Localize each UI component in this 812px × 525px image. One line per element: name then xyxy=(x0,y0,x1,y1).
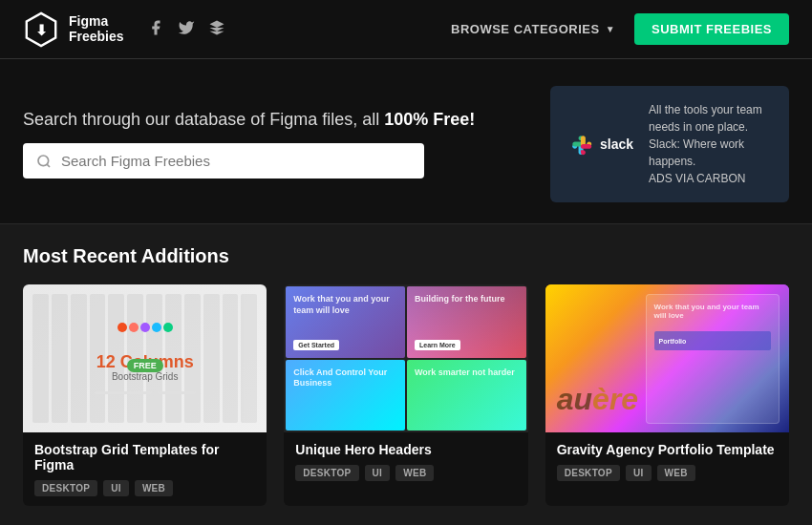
thumb-cell-4: Work smarter not harder xyxy=(407,360,526,431)
card-bootstrap-grid[interactable]: FREE 12 Columns Bootstrap Grids Bootstra… xyxy=(23,284,267,506)
tag-web-3[interactable]: WEB xyxy=(657,465,695,481)
search-input[interactable] xyxy=(61,153,411,169)
hero-tagline: Search through our database of Figma fil… xyxy=(23,110,527,130)
card-hero-headers[interactable]: Work that you and your team will love Ge… xyxy=(284,284,527,506)
social-icons xyxy=(147,19,225,40)
svg-text:⬇: ⬇ xyxy=(35,21,48,37)
tag-web[interactable]: WEB xyxy=(135,480,173,496)
card-2-thumbnail: Work that you and your team will love Ge… xyxy=(284,284,527,432)
cards-grid: FREE 12 Columns Bootstrap Grids Bootstra… xyxy=(23,284,789,506)
tag-ui-2[interactable]: UI xyxy=(365,465,391,481)
card-2-info: Unique Hero Headers DESKTOP UI WEB xyxy=(284,432,527,491)
navbar: ⬇ Figma Freebies BROWSE CATEGORIES ▼ xyxy=(0,0,812,59)
ad-card[interactable]: slack All the tools your team needs in o… xyxy=(550,86,789,202)
logo-hex-icon: ⬇ xyxy=(23,11,59,48)
submit-freebies-button[interactable]: SUBMIT FREEBIES xyxy=(634,13,789,45)
twitter-link[interactable] xyxy=(178,19,195,40)
main-content: Most Recent Additions xyxy=(0,224,812,521)
tag-desktop-2[interactable]: DESKTOP xyxy=(295,465,358,481)
hero-section: Search through our database of Figma fil… xyxy=(0,59,812,224)
thumb-cell-1: Work that you and your team will love Ge… xyxy=(286,286,405,358)
tag-ui-3[interactable]: UI xyxy=(626,465,652,481)
card-1-thumbnail: FREE 12 Columns Bootstrap Grids xyxy=(23,284,267,432)
thumb-cell-3: Click And Control Your Business xyxy=(286,360,405,431)
nav-right: BROWSE CATEGORIES ▼ SUBMIT FREEBIES xyxy=(451,13,789,45)
free-badge: FREE xyxy=(127,359,163,372)
tag-ui[interactable]: UI xyxy=(103,480,129,496)
logo-text: Figma Freebies xyxy=(69,14,124,44)
card-gravity-agency[interactable]: Work that you and your team will love Po… xyxy=(545,284,789,506)
tag-web-2[interactable]: WEB xyxy=(395,465,434,481)
thumb-cell-2: Building for the future Learn More xyxy=(407,286,526,358)
slack-icon xyxy=(567,131,594,158)
search-bar xyxy=(23,143,424,178)
card-3-title: Gravity Agency Portfolio Template xyxy=(557,442,778,457)
figma-logo-colors xyxy=(95,323,196,332)
card-1-cols-sub: Bootstrap Grids xyxy=(95,371,196,382)
hero-left: Search through our database of Figma fil… xyxy=(23,110,527,178)
svg-point-2 xyxy=(38,156,49,166)
svg-line-3 xyxy=(47,164,50,167)
card-3-tags: DESKTOP UI WEB xyxy=(557,465,778,481)
search-icon xyxy=(36,154,52,169)
settings-link[interactable] xyxy=(208,19,225,40)
card-3-info: Gravity Agency Portfolio Template DESKTO… xyxy=(545,432,789,491)
card-1-title: Bootstrap Grid Templates for Figma xyxy=(34,442,255,472)
tag-desktop[interactable]: DESKTOP xyxy=(34,480,97,496)
slack-logo: slack xyxy=(567,131,633,158)
card-1-tags: DESKTOP UI WEB xyxy=(34,480,255,496)
card-2-title: Unique Hero Headers xyxy=(295,442,516,457)
tag-desktop-3[interactable]: DESKTOP xyxy=(557,465,620,481)
ad-text-block: All the tools your team needs in one pla… xyxy=(649,101,772,187)
logo[interactable]: ⬇ Figma Freebies xyxy=(23,11,124,48)
card-3-thumbnail: Work that you and your team will love Po… xyxy=(545,284,789,432)
card-2-tags: DESKTOP UI WEB xyxy=(295,465,516,481)
section-title: Most Recent Additions xyxy=(23,245,789,267)
facebook-link[interactable] xyxy=(147,19,164,40)
browse-categories-button[interactable]: BROWSE CATEGORIES ▼ xyxy=(451,22,615,36)
dropdown-arrow-icon: ▼ xyxy=(606,24,615,34)
card-1-info: Bootstrap Grid Templates for Figma DESKT… xyxy=(23,432,267,506)
